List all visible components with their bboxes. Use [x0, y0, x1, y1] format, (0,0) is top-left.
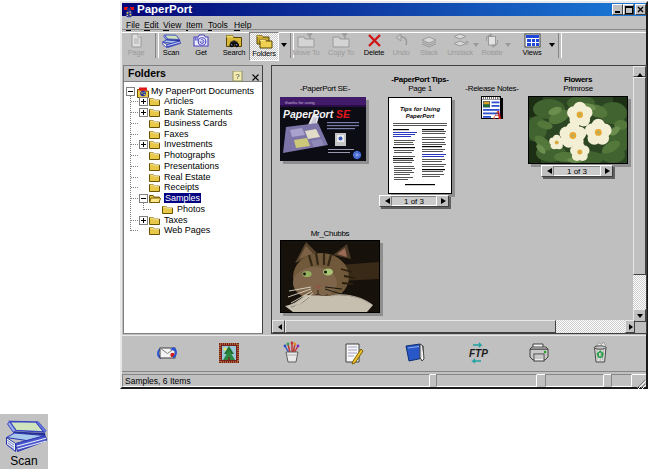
- svg-text:SE: SE: [336, 108, 351, 120]
- svg-text:PaperPort: PaperPort: [283, 108, 334, 120]
- svg-text:?: ?: [235, 72, 240, 81]
- svg-text:A: A: [492, 107, 502, 120]
- svg-text:FTP: FTP: [469, 348, 488, 359]
- svg-text:thanks for using: thanks for using: [285, 100, 315, 105]
- svg-text:Tips for Using: Tips for Using: [400, 106, 441, 112]
- svg-text:PaperPort: PaperPort: [406, 113, 436, 119]
